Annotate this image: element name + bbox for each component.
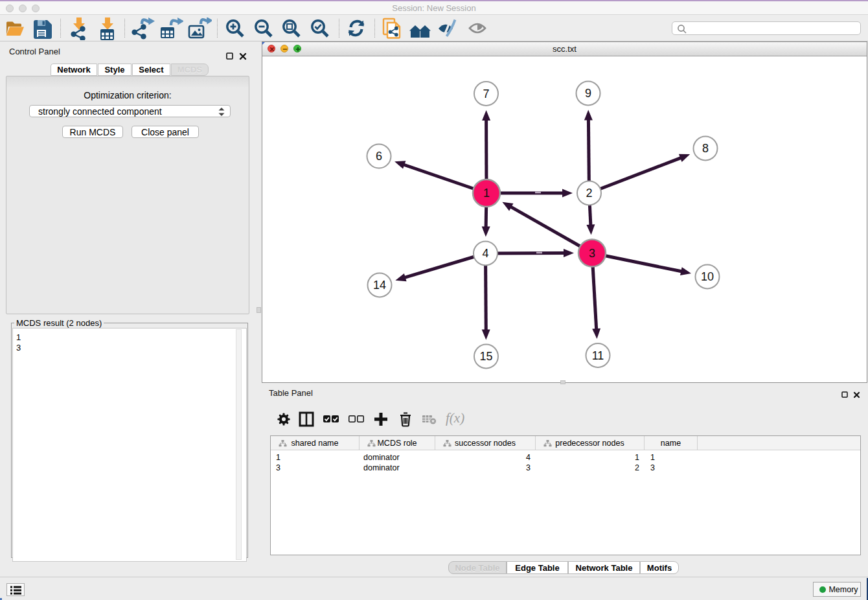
svg-text:14: 14 [373,279,386,292]
svg-text:4: 4 [482,247,488,260]
svg-text:9: 9 [585,87,591,100]
svg-text:10: 10 [701,270,714,283]
svg-text:1: 1 [483,187,490,200]
svg-text:7: 7 [483,87,489,100]
svg-text:2: 2 [586,187,592,200]
svg-text:3: 3 [589,247,595,260]
svg-text:6: 6 [376,150,382,163]
svg-text:8: 8 [702,142,709,155]
svg-text:11: 11 [592,349,604,362]
svg-text:15: 15 [479,350,492,363]
